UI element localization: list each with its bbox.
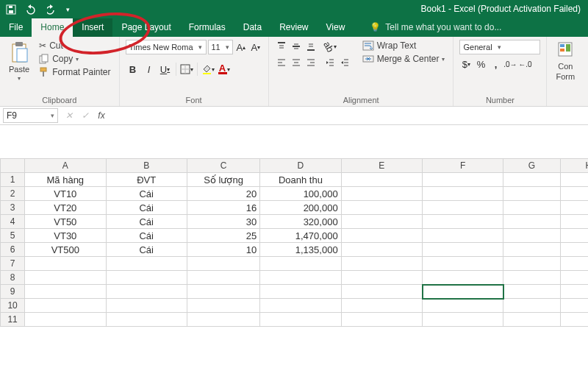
increase-decimal-button[interactable]: .0→	[503, 57, 517, 71]
enter-formula-button[interactable]: ✓	[77, 110, 93, 121]
decrease-indent-button[interactable]	[323, 56, 337, 69]
cell[interactable]	[423, 173, 503, 187]
cell[interactable]: ĐVT	[106, 173, 187, 187]
cell[interactable]	[423, 243, 503, 257]
col-header-E[interactable]: E	[341, 159, 422, 173]
cell[interactable]: VT500	[25, 243, 106, 257]
cell[interactable]: VT20	[25, 201, 106, 215]
align-right-button[interactable]	[304, 56, 318, 69]
cell[interactable]: 1,470,000	[260, 229, 341, 243]
cut-button[interactable]: ✂Cut	[37, 40, 112, 52]
cell[interactable]	[260, 271, 341, 285]
orientation-button[interactable]: ab▾	[323, 40, 337, 53]
row-header[interactable]: 8	[1, 271, 25, 285]
cell[interactable]: 10	[187, 243, 259, 257]
tab-data[interactable]: Data	[234, 18, 270, 37]
cell[interactable]	[423, 229, 503, 243]
cell[interactable]	[25, 285, 106, 299]
cell[interactable]	[503, 299, 560, 313]
cell[interactable]: Cái	[106, 187, 187, 201]
comma-format-button[interactable]: ,	[489, 57, 502, 71]
row-header[interactable]: 1	[1, 173, 25, 187]
fill-color-button[interactable]: ▾	[201, 62, 215, 77]
tab-file[interactable]: File	[0, 18, 32, 37]
row-header[interactable]: 11	[1, 313, 25, 327]
col-header-A[interactable]: A	[25, 159, 106, 173]
cell[interactable]: Cái	[106, 243, 187, 257]
merge-center-button[interactable]: Merge & Center▾	[360, 53, 448, 65]
conditional-formatting-button[interactable]: Con Form	[553, 40, 578, 82]
cell[interactable]	[560, 187, 588, 201]
save-icon[interactable]	[6, 4, 16, 15]
cell[interactable]	[260, 313, 341, 327]
cell[interactable]	[423, 299, 503, 313]
paste-button[interactable]: Paste ▾	[6, 40, 32, 83]
cell[interactable]	[341, 271, 422, 285]
cell[interactable]	[25, 257, 106, 271]
cell[interactable]	[560, 257, 588, 271]
cell[interactable]	[25, 313, 106, 327]
cell[interactable]	[341, 313, 422, 327]
cell[interactable]	[503, 201, 560, 215]
cell[interactable]	[106, 257, 187, 271]
tab-page-layout[interactable]: Page Layout	[112, 18, 179, 37]
fx-button[interactable]: fx	[93, 110, 110, 121]
cell[interactable]	[341, 229, 422, 243]
cell[interactable]	[423, 201, 503, 215]
cell[interactable]	[503, 243, 560, 257]
cell[interactable]	[560, 271, 588, 285]
cell[interactable]: 25	[187, 229, 259, 243]
cell[interactable]	[341, 215, 422, 229]
cell[interactable]: 20	[187, 187, 259, 201]
cell[interactable]	[260, 299, 341, 313]
cell[interactable]: Số lượng	[187, 173, 259, 187]
select-all-corner[interactable]	[1, 159, 25, 173]
cell[interactable]	[341, 285, 422, 299]
align-center-button[interactable]	[290, 56, 303, 69]
cell[interactable]	[423, 257, 503, 271]
col-header-D[interactable]: D	[260, 159, 341, 173]
col-header-B[interactable]: B	[106, 159, 187, 173]
bold-button[interactable]: B	[126, 62, 140, 77]
cell[interactable]	[106, 313, 187, 327]
align-top-button[interactable]	[275, 40, 288, 53]
tab-review[interactable]: Review	[270, 18, 317, 37]
col-header-G[interactable]: G	[503, 159, 560, 173]
cell[interactable]: Mã hàng	[25, 173, 106, 187]
cell[interactable]	[187, 285, 259, 299]
cell[interactable]: VT30	[25, 229, 106, 243]
redo-icon[interactable]	[47, 4, 57, 15]
row-header[interactable]: 2	[1, 187, 25, 201]
cell[interactable]	[503, 313, 560, 327]
align-bottom-button[interactable]	[304, 40, 318, 53]
increase-indent-button[interactable]	[338, 56, 351, 69]
tab-insert[interactable]: Insert	[73, 18, 112, 37]
cell[interactable]	[187, 257, 259, 271]
cell[interactable]	[503, 285, 560, 299]
cell[interactable]: 1,135,000	[260, 243, 341, 257]
format-painter-button[interactable]: Format Painter	[37, 66, 112, 78]
wrap-text-button[interactable]: Wrap Text	[360, 40, 448, 52]
cell[interactable]	[560, 229, 588, 243]
font-size-combo[interactable]: 11▾	[208, 40, 233, 54]
borders-button[interactable]: ▾	[179, 62, 194, 77]
underline-button[interactable]: U▾	[158, 62, 173, 77]
qat-customize-icon[interactable]: ▾	[66, 6, 70, 13]
cell[interactable]: VT50	[25, 215, 106, 229]
cell[interactable]: Cái	[106, 215, 187, 229]
cell[interactable]	[503, 215, 560, 229]
row-header[interactable]: 10	[1, 299, 25, 313]
cell[interactable]	[106, 285, 187, 299]
cell[interactable]: 200,000	[260, 201, 341, 215]
cell[interactable]: 30	[187, 215, 259, 229]
cell[interactable]	[560, 313, 588, 327]
decrease-decimal-button[interactable]: ←.0	[518, 57, 531, 71]
cell[interactable]	[423, 313, 503, 327]
copy-button[interactable]: Copy▾	[37, 53, 112, 65]
cell[interactable]	[423, 215, 503, 229]
row-header[interactable]: 5	[1, 229, 25, 243]
cell[interactable]	[560, 201, 588, 215]
cell[interactable]: Cái	[106, 201, 187, 215]
tell-me[interactable]: 💡 Tell me what you want to do...	[361, 18, 510, 37]
cell[interactable]	[106, 299, 187, 313]
